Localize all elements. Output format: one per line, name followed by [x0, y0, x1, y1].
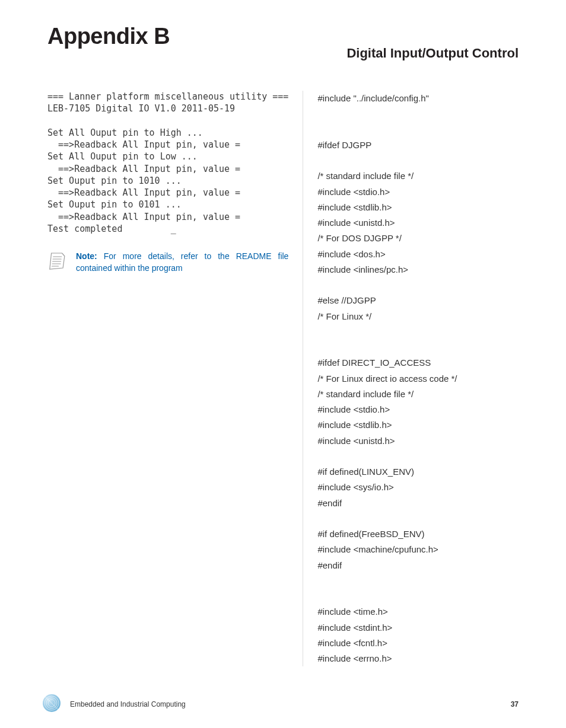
note-text: Note: For more details, refer to the REA… [76, 250, 288, 274]
code-listing: #include "../include/config.h" #ifdef DJ… [317, 91, 519, 666]
note-label: Note: [76, 251, 97, 261]
note-block: Note: For more details, refer to the REA… [47, 250, 288, 274]
footer-text: Embedded and Industrial Computing [70, 700, 186, 708]
page-header: Appendix B Digital Input/Output Control [47, 24, 519, 61]
content-columns: === Lanner platform miscellaneous utilit… [47, 91, 519, 666]
right-column: #include "../include/config.h" #ifdef DJ… [303, 91, 519, 666]
page-number: 37 [511, 700, 519, 708]
note-body: For more details, refer to the README fi… [76, 251, 288, 273]
note-icon [47, 251, 68, 273]
footer-logo-icon [42, 693, 62, 715]
left-column: === Lanner platform miscellaneous utilit… [47, 91, 288, 666]
terminal-output: === Lanner platform miscellaneous utilit… [47, 91, 288, 235]
page-footer: Embedded and Industrial Computing 37 [0, 693, 566, 715]
